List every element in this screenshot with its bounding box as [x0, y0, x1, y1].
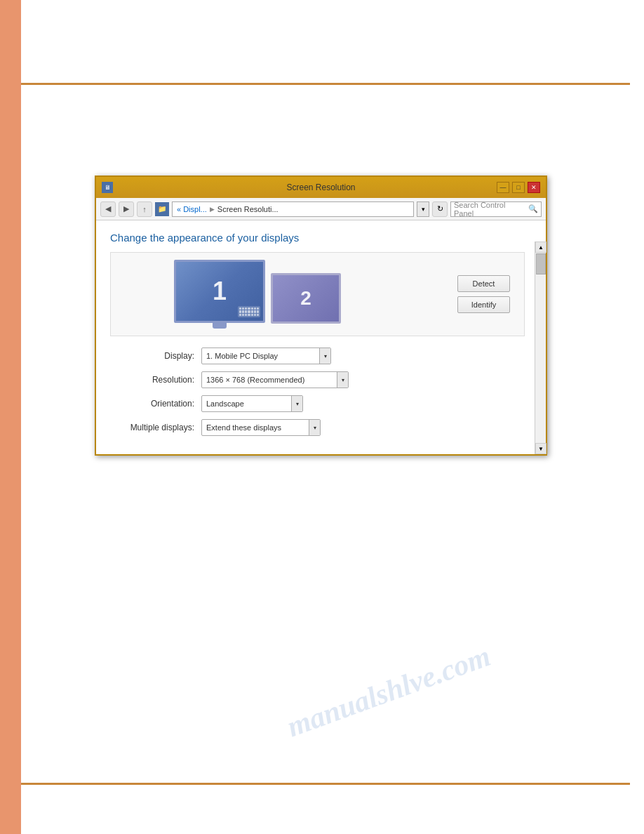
scrollbar-thumb[interactable] [536, 253, 546, 274]
forward-button[interactable]: ▶ [119, 201, 134, 217]
keyboard-graphic [238, 306, 260, 317]
address-bar: ◀ ▶ ↑ 📁 « Displ... ▶ Screen Resoluti... … [96, 198, 546, 220]
multiple-displays-value: Extend these displays [206, 423, 281, 432]
display-value: 1. Mobile PC Display [206, 352, 278, 360]
display-label: Display: [110, 351, 201, 361]
bottom-rule [21, 783, 630, 785]
monitor-preview-area: 1 [110, 252, 525, 336]
multiple-displays-dropdown-arrow[interactable]: ▾ [309, 420, 320, 435]
orientation-select[interactable]: Landscape ▾ [201, 395, 303, 412]
display-row: Display: 1. Mobile PC Display ▾ [110, 348, 525, 364]
resolution-select[interactable]: 1366 × 768 (Recommended) ▾ [201, 371, 349, 388]
scrollbar-down-arrow[interactable]: ▼ [535, 443, 546, 454]
search-box[interactable]: Search Control Panel 🔍 [450, 201, 542, 217]
resolution-label: Resolution: [110, 375, 201, 385]
watermark-text: manualshlve.com [283, 640, 495, 743]
monitor-1-icon[interactable]: 1 [174, 260, 265, 329]
multiple-displays-select[interactable]: Extend these displays ▾ [201, 419, 321, 436]
screen-resolution-dialog: 🖥 Screen Resolution — □ ✕ ◀ ▶ ↑ 📁 « Disp… [95, 176, 547, 456]
monitor-2-display: 2 [271, 273, 341, 324]
top-rule [21, 83, 630, 85]
title-bar: 🖥 Screen Resolution — □ ✕ [96, 177, 546, 198]
resolution-dropdown-arrow[interactable]: ▾ [337, 372, 348, 388]
watermark: manualshlve.com [283, 639, 495, 743]
scrollbar[interactable]: ▲ ▼ [535, 241, 546, 454]
refresh-button[interactable]: ↻ [432, 201, 448, 217]
app-icon: 🖥 [102, 182, 113, 193]
monitor-2-icon[interactable]: 2 [271, 273, 341, 324]
maximize-button[interactable]: □ [512, 182, 525, 193]
breadcrumb-separator: ▶ [210, 206, 215, 213]
display-select[interactable]: 1. Mobile PC Display ▾ [201, 348, 331, 364]
orientation-row: Orientation: Landscape ▾ [110, 395, 525, 412]
back-button[interactable]: ◀ [100, 201, 116, 217]
orientation-label: Orientation: [110, 399, 201, 409]
display-dropdown-arrow[interactable]: ▾ [319, 348, 330, 364]
dialog-body-wrapper: Change the appearance of your displays 1 [96, 220, 546, 454]
multiple-displays-row: Multiple displays: Extend these displays… [110, 419, 525, 436]
monitor-1-stand [213, 323, 227, 329]
minimize-button[interactable]: — [497, 182, 509, 193]
dialog-body-title: Change the appearance of your displays [110, 232, 525, 244]
orientation-dropdown-arrow[interactable]: ▾ [291, 396, 302, 411]
monitor-1-number: 1 [213, 277, 227, 306]
folder-icon: 📁 [155, 202, 169, 216]
title-bar-controls: — □ ✕ [497, 182, 540, 193]
resolution-row: Resolution: 1366 × 768 (Recommended) ▾ [110, 371, 525, 388]
breadcrumb[interactable]: « Displ... ▶ Screen Resoluti... [172, 201, 414, 217]
search-placeholder: Search Control Panel [454, 201, 525, 218]
monitor-2-number: 2 [300, 287, 311, 310]
scrollbar-up-arrow[interactable]: ▲ [535, 241, 546, 253]
breadcrumb-dropdown[interactable]: ▾ [417, 201, 429, 217]
search-icon[interactable]: 🔍 [528, 204, 538, 213]
dialog-title: Screen Resolution [286, 183, 355, 192]
multiple-displays-label: Multiple displays: [110, 423, 201, 432]
resolution-value: 1366 × 768 (Recommended) [206, 376, 304, 384]
title-bar-left: 🖥 [102, 182, 113, 193]
up-button[interactable]: ↑ [137, 201, 152, 217]
identify-button[interactable]: Identify [457, 296, 510, 313]
dialog-body: Change the appearance of your displays 1 [96, 220, 546, 454]
left-sidebar [0, 0, 21, 834]
breadcrumb-part2: Screen Resoluti... [217, 205, 279, 213]
monitors-display: 1 [174, 260, 341, 329]
monitor-1-display: 1 [174, 260, 265, 323]
detect-identify-buttons: Detect Identify [457, 275, 510, 313]
breadcrumb-part1: « Displ... [177, 205, 207, 213]
detect-button[interactable]: Detect [457, 275, 510, 292]
close-button[interactable]: ✕ [528, 182, 540, 193]
orientation-value: Landscape [206, 399, 244, 408]
